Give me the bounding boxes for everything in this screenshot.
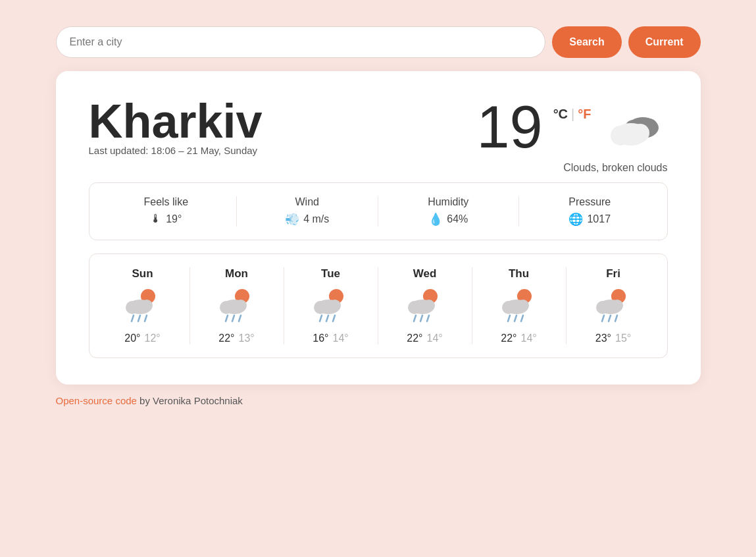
- day-label: Mon: [225, 267, 248, 280]
- fahrenheit-label: °F: [578, 107, 591, 122]
- svg-line-25: [326, 315, 328, 321]
- wind-value: 4 m/s: [303, 213, 329, 225]
- svg-point-22: [314, 301, 327, 314]
- drop-icon: 💧: [428, 212, 443, 226]
- temp-high: 22°: [218, 332, 234, 344]
- svg-point-30: [423, 300, 435, 311]
- footer: Open-source code by Veronika Potochniak: [56, 395, 701, 406]
- svg-line-31: [414, 315, 416, 321]
- city-name: Kharkiv: [89, 97, 263, 145]
- pressure-value-row: 🌐 1017: [568, 212, 611, 226]
- day-label: Tue: [321, 267, 340, 280]
- search-button[interactable]: Search: [552, 26, 621, 58]
- svg-point-4: [611, 126, 630, 146]
- svg-line-24: [320, 315, 322, 321]
- weather-card: Kharkiv Last updated: 18:06 – 21 May, Su…: [56, 71, 701, 385]
- thermometer-icon: 🌡: [150, 212, 162, 226]
- unit-separator: |: [571, 107, 574, 122]
- temp-high: 22°: [407, 332, 422, 344]
- pressure-label: Pressure: [568, 196, 611, 208]
- forecast-day: Wed 22° 14°: [378, 267, 472, 344]
- temp-low: 12°: [145, 332, 161, 344]
- svg-line-18: [232, 315, 234, 321]
- temps-row: 22° 13°: [218, 332, 254, 344]
- forecast-day: Fri 23° 15°: [567, 267, 661, 344]
- svg-point-43: [596, 301, 609, 314]
- svg-point-36: [502, 301, 515, 314]
- temps-row: 23° 15°: [595, 332, 631, 344]
- forecast-icon: [499, 287, 539, 326]
- temps-row: 22° 14°: [501, 332, 536, 344]
- forecast-icon: [311, 287, 351, 326]
- svg-line-33: [427, 315, 429, 321]
- day-label: Sun: [132, 267, 153, 280]
- open-source-link[interactable]: Open-source code: [56, 395, 137, 406]
- footer-author: by Veronika Potochniak: [137, 395, 243, 406]
- humidity-value: 64%: [447, 213, 468, 225]
- svg-line-46: [609, 315, 611, 321]
- weather-description: Clouds, broken clouds: [563, 162, 667, 174]
- humidity-value-row: 💧 64%: [428, 212, 468, 226]
- svg-line-19: [239, 315, 241, 321]
- temps-row: 22° 14°: [407, 332, 442, 344]
- feels-like-value-row: 🌡 19°: [150, 212, 182, 226]
- svg-line-39: [515, 315, 517, 321]
- svg-line-12: [145, 315, 147, 321]
- temp-low: 15°: [615, 332, 631, 344]
- forecast-icon: [593, 287, 633, 326]
- pressure-item: Pressure 🌐 1017: [519, 196, 661, 226]
- weather-icon-large: [602, 100, 668, 155]
- svg-point-16: [235, 300, 247, 311]
- wind-icon: 💨: [285, 212, 299, 226]
- svg-line-10: [132, 315, 134, 321]
- svg-point-29: [408, 301, 421, 314]
- temperature-value: 19: [477, 97, 543, 157]
- svg-point-44: [611, 300, 623, 311]
- feels-like-label: Feels like: [143, 196, 188, 208]
- details-grid: Feels like 🌡 19° Wind 💨 4 m/s Humidity 💧…: [89, 182, 668, 240]
- temp-low: 14°: [521, 332, 537, 344]
- svg-point-8: [126, 301, 139, 314]
- day-label: Wed: [413, 267, 437, 280]
- forecast-icon: [217, 287, 257, 326]
- gauge-icon: 🌐: [568, 212, 583, 226]
- top-bar: Search Current: [56, 26, 701, 58]
- svg-point-9: [141, 300, 153, 311]
- svg-line-47: [615, 315, 617, 321]
- temp-high: 23°: [595, 332, 611, 344]
- humidity-item: Humidity 💧 64%: [378, 196, 520, 226]
- forecast-icon: [123, 287, 163, 326]
- day-label: Fri: [606, 267, 620, 280]
- day-label: Thu: [509, 267, 529, 280]
- svg-point-15: [220, 301, 233, 314]
- celsius-label: °C: [553, 107, 568, 122]
- temp-units: °C | °F: [553, 107, 592, 122]
- forecast-grid: Sun 20° 12° Mon: [89, 253, 668, 358]
- feels-like-value: 19°: [166, 213, 182, 225]
- feels-like-item: Feels like 🌡 19°: [96, 196, 238, 226]
- svg-point-23: [329, 300, 341, 311]
- temp-low: 13°: [239, 332, 255, 344]
- city-section: Kharkiv Last updated: 18:06 – 21 May, Su…: [89, 97, 263, 176]
- forecast-day: Thu 22° 14°: [472, 267, 567, 344]
- svg-line-40: [521, 315, 523, 321]
- svg-line-38: [508, 315, 510, 321]
- wind-label: Wind: [295, 196, 319, 208]
- humidity-label: Humidity: [428, 196, 468, 208]
- last-updated: Last updated: 18:06 – 21 May, Sunday: [89, 145, 263, 156]
- temp-row: 19 °C | °F: [477, 97, 668, 157]
- forecast-day: Sun 20° 12°: [96, 267, 190, 344]
- forecast-day: Mon 22° 13°: [190, 267, 284, 344]
- temp-high: 22°: [501, 332, 517, 344]
- svg-point-37: [517, 300, 529, 311]
- svg-line-26: [333, 315, 335, 321]
- forecast-day: Tue 16° 14°: [284, 267, 378, 344]
- svg-line-32: [420, 315, 422, 321]
- temp-high: 20°: [124, 332, 140, 344]
- search-input[interactable]: [56, 26, 546, 58]
- wind-value-row: 💨 4 m/s: [285, 212, 329, 226]
- current-button[interactable]: Current: [628, 26, 701, 58]
- svg-line-17: [226, 315, 228, 321]
- svg-point-5: [631, 124, 649, 142]
- temp-low: 14°: [333, 332, 349, 344]
